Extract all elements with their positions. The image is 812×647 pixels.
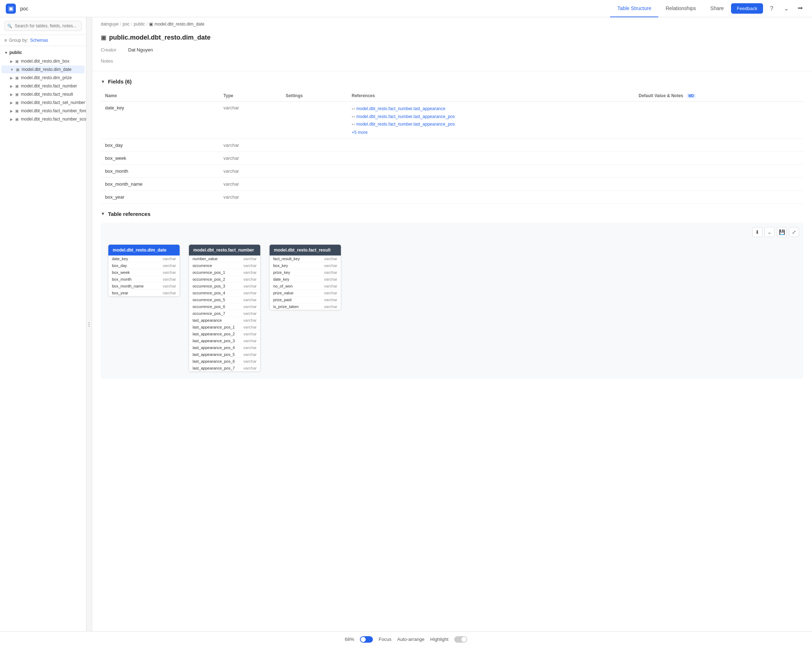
download-button[interactable]: ⬇ [752,227,762,237]
user-menu-button[interactable]: ⌄ [780,3,792,14]
diagram-table-row: last_appearance_pos_1 varchar [189,324,260,331]
group-by-value[interactable]: Schemas [30,38,48,43]
sidebar-item-label: model.dbt_resto.fact_number_forecast [21,108,86,113]
highlight-toggle[interactable] [454,636,467,643]
diagram-field-type: varchar [324,304,337,309]
help-button[interactable]: ? [766,3,777,14]
page-title: ▣ public.model.dbt_resto.dim_date [101,34,803,41]
diagram-menu-button[interactable]: ⌄ [765,227,775,237]
diagram-field-name: occurrence_pos_7 [192,311,225,316]
table-row: box_month_name varchar [101,177,803,190]
layers-icon: ≡ [4,38,7,43]
diagram-field-type: varchar [243,263,256,268]
diagram-field-type: varchar [163,291,176,295]
diagram-field-type: varchar [243,352,256,357]
diagram-field-name: box_month_name [112,284,143,288]
breadcrumb-datnguye[interactable]: datnguye [101,21,118,27]
zoom-toggle[interactable] [360,636,373,643]
fields-table: Name Type Settings References Default Va… [101,90,803,204]
field-type-cell: varchar [219,151,281,165]
expand-icon: ▶ [10,109,13,113]
sidebar-item-label: model.dbt_resto.fact_result [21,92,73,97]
diagram-field-type: varchar [324,256,337,261]
field-refs-cell: ↤model.dbt_resto.fact_number.last_appear… [347,101,634,139]
expand-icon: ▶ [10,60,13,63]
save-diagram-button[interactable]: 💾 [777,227,787,237]
expand-icon: ▶ [10,101,13,105]
table-icon: ▣ [15,92,19,97]
diagram-controls: ⬇ ⌄ 💾 ⤢ [752,227,799,237]
refs-arrow-icon[interactable]: ▼ [101,211,105,216]
diagram-field-name: date_key [273,277,289,281]
diagram-table-row: date_key varchar [270,276,341,283]
ref-link[interactable]: ↤model.dbt_resto.fact_number.last_appear… [352,121,630,128]
highlight-label: Highlight [430,636,449,642]
diagram-field-name: occurrence_pos_2 [192,277,225,281]
sidebar-item-model_dbt_resto_fact_number_scoring[interactable]: ▶ ▣ model.dbt_resto.fact_number_scoring [2,115,85,123]
diagram-table-row: occurrence_pos_4 varchar [189,290,260,296]
breadcrumb-public[interactable]: public [134,21,145,27]
diagram-table-row: number_value varchar [189,255,260,262]
field-type-cell: varchar [219,190,281,203]
feedback-button[interactable]: Feedback [731,3,763,14]
sidebar-item-label: model.dbt_resto.dim_date [21,67,72,72]
sidebar-item-model_dbt_resto_fact_number_forecast[interactable]: ▶ ▣ model.dbt_resto.fact_number_forecast [2,107,85,115]
search-icon: 🔍 [7,24,12,28]
tab-share[interactable]: Share [703,0,731,17]
sidebar-item-model_dbt_resto_fact_set_number[interactable]: ▶ ▣ model.dbt_resto.fact_set_number [2,99,85,107]
field-settings-cell [281,139,347,151]
field-settings-cell [281,165,347,177]
diagram-field-name: is_prize_taken [273,304,299,309]
auto-arrange-button[interactable]: Auto-arrange [397,636,424,642]
more-refs-link[interactable]: +5 more [352,130,368,135]
sidebar-item-model_dbt_resto_dim_prize[interactable]: ▶ ▣ model.dbt_resto.dim_prize [2,74,85,82]
fullscreen-button[interactable]: ⤢ [789,227,799,237]
sidebar-collapse-handle[interactable] [86,17,92,631]
breadcrumb-poc[interactable]: poc [123,21,130,27]
diagram-field-type: varchar [243,270,256,275]
diagram-field-type: varchar [324,277,337,281]
diagram-field-type: varchar [243,298,256,302]
creator-label: Creator [101,47,122,53]
sidebar-item-model_dbt_resto_fact_result[interactable]: ▶ ▣ model.dbt_resto.fact_result [2,90,85,98]
focus-button[interactable]: Focus [379,636,391,642]
page-title-icon: ▣ [101,34,106,41]
table-icon: ▣ [15,101,19,105]
group-by-label: Group by: [9,38,28,43]
diagram-table-row: last_appearance_pos_3 varchar [189,337,260,344]
sign-out-button[interactable]: ⮕ [795,3,806,14]
refs-section-title: Table references [108,211,150,217]
diagram-field-name: occurrence_pos_4 [192,291,225,295]
diagram-field-type: varchar [324,291,337,295]
ref-link[interactable]: ↤model.dbt_resto.fact_number.last_appear… [352,113,630,121]
md-badge: MD [687,93,696,98]
page-header: ▣ public.model.dbt_resto.dim_date Creato… [92,31,812,71]
sidebar-item-model_dbt_resto_dim_date[interactable]: ▼ ▣ model.dbt_resto.dim_date [2,66,85,73]
ref-link[interactable]: ↤model.dbt_resto.fact_number.last_appear… [352,105,630,113]
tab-table-structure[interactable]: Table Structure [610,0,658,17]
fields-section-title: Fields (6) [108,78,132,85]
diagram-field-type: varchar [243,332,256,336]
main-content: datnguye / poc / public / ▣ model.dbt_re… [92,17,812,631]
diagram-table-row: date_key varchar [108,255,180,262]
expand-icon: ▶ [10,84,13,88]
diagram-field-name: last_appearance_pos_1 [192,325,235,329]
diagram-field-name: box_year [112,291,128,295]
table-icon: ▣ [15,117,19,122]
diagram-field-name: number_value [192,256,218,261]
search-input[interactable] [4,21,82,31]
sidebar: 🔍 ≡ Group by: Schemas ▼ public ▶ ▣ model… [0,17,86,631]
expand-icon: ▶ [10,76,13,80]
fields-arrow-icon[interactable]: ▼ [101,79,105,84]
diagram-table-row: last_appearance_pos_5 varchar [189,351,260,358]
sidebar-item-model_dbt_resto_fact_number[interactable]: ▶ ▣ model.dbt_resto.fact_number [2,82,85,90]
collapse-dots [89,322,90,327]
table-icon: ▣ [15,76,19,80]
tree-section-header-public[interactable]: ▼ public [0,48,86,57]
diagram-field-type: varchar [243,366,256,370]
tab-relationships[interactable]: Relationships [658,0,703,17]
sidebar-item-model_dbt_resto_dim_box[interactable]: ▶ ▣ model.dbt_resto.dim_box [2,57,85,65]
field-settings-cell [281,101,347,139]
diagram-table-fact_result: model.dbt_resto.fact_result fact_result_… [269,244,341,310]
diagram-table-row: occurrence_pos_7 varchar [189,310,260,317]
